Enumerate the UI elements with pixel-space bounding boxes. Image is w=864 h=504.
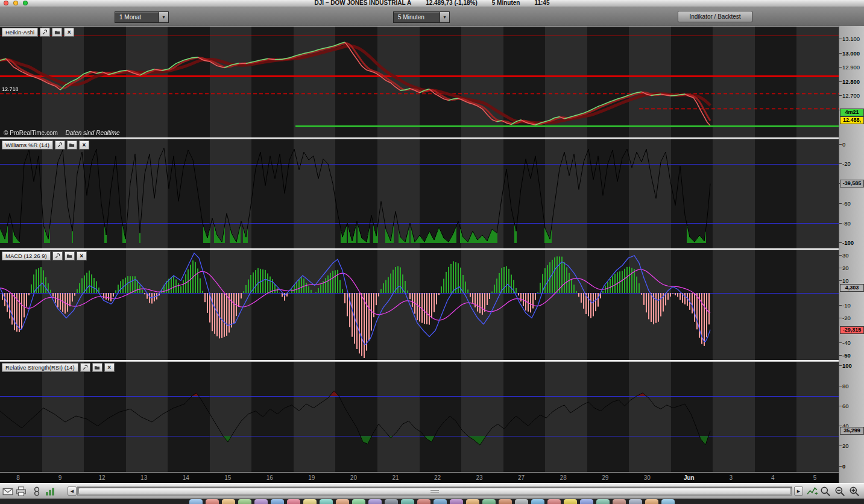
print-icon[interactable] (16, 486, 27, 497)
macd-panel-header: MACD (12 26 9) × (2, 251, 87, 260)
folder-icon[interactable] (67, 140, 77, 150)
dock-icon[interactable] (385, 499, 398, 504)
chevron-down-icon[interactable]: ▾ (440, 12, 449, 22)
indicator-backtest-button[interactable]: Indikator / Backtest (678, 11, 752, 22)
dock-icon[interactable] (303, 499, 317, 504)
time-axis-label: 29 (592, 474, 619, 481)
rsi-panel-header: Relative Strength(RSI) (14) × (2, 363, 115, 372)
dock-icon[interactable] (515, 499, 528, 504)
axis-tick: -80 (842, 220, 851, 227)
dock-icon[interactable] (661, 499, 675, 504)
price-chart-canvas[interactable] (0, 27, 839, 137)
wrench-icon[interactable] (40, 28, 50, 37)
williams-chart-canvas[interactable] (0, 139, 839, 248)
panel-separator (0, 248, 839, 250)
time-axis-label: 21 (382, 474, 409, 481)
chevron-down-icon[interactable]: ▾ (159, 12, 168, 22)
axis-tick: 13.000 (842, 50, 860, 57)
dock-icon[interactable] (613, 499, 626, 504)
macd-chart-canvas[interactable] (0, 250, 839, 360)
folder-icon[interactable] (65, 251, 75, 260)
timeframe-dropdown-value: 5 Minuten (394, 14, 440, 20)
scroll-left-button[interactable]: ◀ (68, 487, 77, 496)
dock-icon[interactable] (254, 499, 268, 504)
watermark: © ProRealTime.com Daten sind Realtime (4, 130, 120, 136)
dock-icon[interactable] (466, 499, 479, 504)
axis-tick: 13.100 (842, 36, 860, 42)
folder-icon[interactable] (92, 363, 102, 372)
export-chart-icon[interactable] (45, 486, 55, 497)
axis-tick: -50 (842, 352, 851, 359)
axis-tick: 12.900 (842, 64, 860, 71)
dock-icon[interactable] (320, 499, 333, 504)
scroll-right-button[interactable]: ▶ (794, 487, 803, 496)
indicator-label: Williams %R (14) (2, 140, 53, 150)
application-window: DJI – DOW JONES INDUSTRIAL A 12.489,73 (… (0, 0, 864, 504)
axis-tick: 12.800 (842, 78, 860, 85)
dock-icon[interactable] (434, 499, 447, 504)
email-icon[interactable] (2, 486, 13, 497)
period-dropdown[interactable]: 1 Monat ▾ (115, 11, 169, 23)
dock-icon[interactable] (499, 499, 512, 504)
axis-tick: 80 (842, 383, 849, 389)
dock-icon[interactable] (629, 499, 642, 504)
window-titlebar: DJI – DOW JONES INDUSTRIAL A 12.489,73 (… (0, 0, 864, 7)
dock-icon[interactable] (189, 499, 203, 504)
dock-icon[interactable] (450, 499, 463, 504)
axis-tick: -10 (842, 302, 851, 309)
scrollbar-thumb[interactable] (78, 488, 791, 494)
period-dropdown-value: 1 Monat (115, 14, 159, 20)
timeframe-dropdown[interactable]: 5 Minuten ▾ (393, 11, 450, 23)
dock-icon[interactable] (401, 499, 414, 504)
horizontal-scrollbar[interactable] (77, 487, 792, 496)
axis-tick: 12.700 (842, 92, 860, 99)
dock-icon[interactable] (222, 499, 235, 504)
chart-settings-icon[interactable] (807, 486, 818, 497)
dock-icon[interactable] (287, 499, 300, 504)
axis-tick: -20 (842, 160, 851, 167)
value-badge: 12.488, (840, 116, 864, 124)
zoom-in-icon[interactable] (849, 486, 860, 497)
value-badge: -29,315 (840, 326, 864, 334)
price-level-label: 12.718 (2, 86, 19, 92)
close-icon[interactable]: × (79, 140, 89, 150)
time-axis-label: 28 (550, 474, 576, 481)
axis-tick: -40 (842, 339, 851, 346)
dock-icon[interactable] (417, 499, 430, 504)
dock-icon[interactable] (206, 499, 219, 504)
wrench-icon[interactable] (52, 251, 63, 260)
value-badge: 4m21 (840, 109, 864, 116)
time-axis-label: 3 (717, 474, 744, 481)
search-icon[interactable] (820, 486, 831, 497)
dock-icon[interactable] (531, 499, 544, 504)
dock-icon[interactable] (368, 499, 382, 504)
value-badge: 35,299 (840, 427, 864, 435)
dock-icon[interactable] (596, 499, 610, 504)
dock-icon[interactable] (271, 499, 284, 504)
time-axis-label: 30 (634, 474, 660, 481)
dock-icon[interactable] (238, 499, 251, 504)
dock (0, 499, 864, 504)
dock-icon[interactable] (352, 499, 365, 504)
title-quote: 12.489,73 (-1,18%) (426, 0, 478, 7)
close-icon[interactable]: × (64, 28, 74, 37)
zoom-out-icon[interactable] (834, 486, 845, 497)
axis-tick: 30 (842, 252, 849, 259)
value-axis-gutter[interactable]: 13.10013.00012.90012.80012.70012.6004m21… (839, 26, 864, 483)
rsi-chart-canvas[interactable] (0, 362, 839, 472)
dock-icon[interactable] (564, 499, 577, 504)
wrench-icon[interactable] (55, 140, 65, 150)
close-icon[interactable]: × (104, 363, 115, 372)
link-icon[interactable] (31, 486, 42, 497)
folder-icon[interactable] (52, 28, 62, 37)
close-icon[interactable]: × (77, 251, 87, 260)
dock-icon[interactable] (547, 499, 561, 504)
dock-icon[interactable] (645, 499, 658, 504)
dock-icon[interactable] (482, 499, 496, 504)
time-axis-label: 23 (466, 474, 493, 481)
dock-icon[interactable] (580, 499, 593, 504)
dock-icon[interactable] (336, 499, 349, 504)
time-axis-label: 8 (5, 474, 31, 481)
wrench-icon[interactable] (80, 363, 90, 372)
time-axis-label: 4 (760, 474, 786, 481)
